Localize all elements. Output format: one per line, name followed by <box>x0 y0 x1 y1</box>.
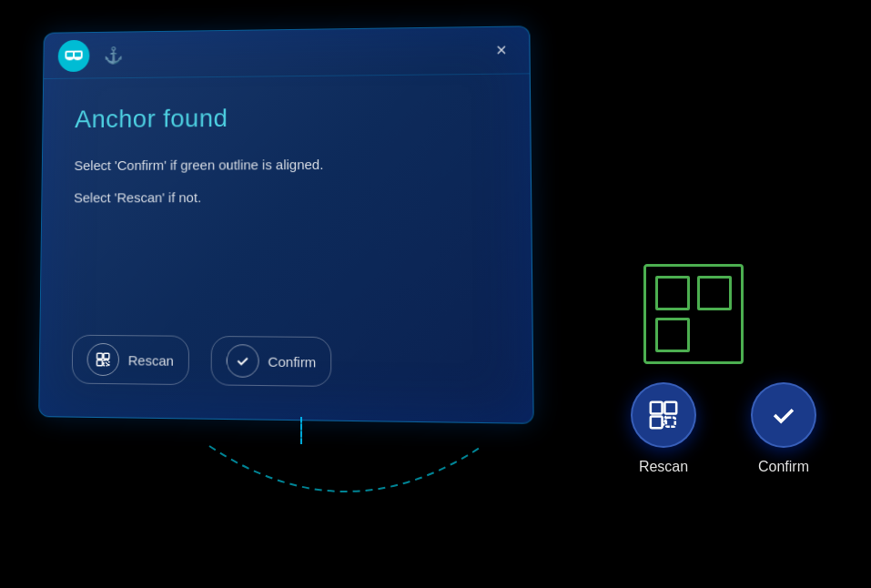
confirm-button-float[interactable] <box>751 382 816 448</box>
svg-rect-2 <box>97 353 103 359</box>
float-rescan-group: Rescan <box>631 382 696 475</box>
scan-target-tl <box>655 276 690 310</box>
svg-rect-1 <box>74 51 82 57</box>
dashed-arc <box>182 428 510 537</box>
rescan-button-dialog[interactable]: Rescan <box>72 335 189 385</box>
scan-target-bl <box>655 318 690 352</box>
confirm-button-dialog[interactable]: Confirm <box>210 336 331 387</box>
confirm-icon-circle <box>226 344 258 378</box>
rescan-icon-circle <box>86 343 119 376</box>
svg-rect-7 <box>664 402 676 414</box>
instruction-line-1: Select 'Confirm' if green outline is ali… <box>74 153 496 177</box>
instruction-line-2: Select 'Rescan' if not. <box>74 186 497 208</box>
svg-rect-0 <box>66 51 74 57</box>
svg-rect-8 <box>651 416 663 428</box>
confirm-label-float: Confirm <box>758 459 809 475</box>
dialog-title-bar: ⚓ × <box>44 26 530 79</box>
dialog-title: Anchor found <box>75 102 496 134</box>
close-button[interactable]: × <box>488 37 514 63</box>
dialog-action-buttons: Rescan Confirm <box>72 335 332 387</box>
confirm-label-dialog: Confirm <box>268 353 316 370</box>
mixed-reality-icon <box>58 39 90 71</box>
anchor-icon: ⚓ <box>104 46 123 66</box>
svg-rect-9 <box>666 418 675 427</box>
dialog-content: Anchor found Select 'Confirm' if green o… <box>42 74 532 247</box>
float-confirm-group: Confirm <box>751 382 816 475</box>
rescan-label-dialog: Rescan <box>128 352 174 369</box>
scan-target-box <box>643 264 744 364</box>
svg-rect-3 <box>104 353 109 359</box>
anchor-found-dialog: ⚓ × Anchor found Select 'Confirm' if gre… <box>38 25 534 424</box>
rescan-button-float[interactable] <box>631 382 696 448</box>
scan-target-tr <box>697 276 732 310</box>
rescan-label-float: Rescan <box>639 459 688 475</box>
svg-rect-6 <box>651 402 663 414</box>
svg-rect-4 <box>97 360 103 366</box>
floating-action-buttons: Rescan Confirm <box>631 382 816 475</box>
